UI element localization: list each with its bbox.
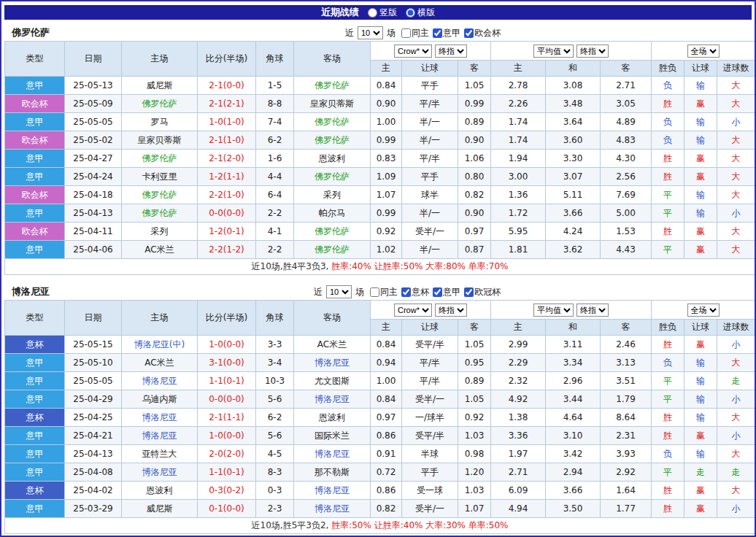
layout-radio-vertical[interactable]: 竖版 — [368, 7, 397, 19]
filter-controls: 近 10 场 同主意甲欧会杯 — [345, 26, 501, 39]
match-date: 25-04-13 — [65, 445, 122, 463]
col-score: 比分(半场) — [198, 42, 256, 77]
home-team: 亚特兰大 — [122, 445, 198, 463]
home-team: 恩波利 — [122, 482, 198, 500]
avg-draw-odds: 3.08 — [546, 77, 601, 95]
league-badge: 意杯 — [5, 336, 65, 354]
score: 2-1(1-1) — [198, 409, 256, 427]
checkbox-input[interactable] — [464, 287, 474, 297]
radio-input-vertical[interactable] — [368, 8, 377, 18]
odds-away: 1.05 — [458, 336, 491, 354]
odds-handicap: 平/半 — [402, 372, 458, 390]
odds-company-select[interactable]: Crow* — [394, 304, 432, 317]
result-handicap: 输 — [684, 77, 717, 95]
team-name: 佛罗伦萨 — [12, 26, 50, 39]
league-badge: 意甲 — [5, 463, 65, 482]
result-handicap: 走 — [684, 463, 717, 482]
radio-input-horizontal[interactable] — [406, 8, 415, 18]
radio-label-vertical: 竖版 — [379, 7, 397, 19]
home-team: 罗马 — [122, 113, 198, 131]
avg-away-odds: 2.31 — [601, 427, 652, 445]
league-filter-checkbox[interactable]: 欧会杯 — [464, 27, 501, 39]
avg-away-odds: 2.46 — [601, 336, 652, 354]
avg-away-odds: 4.89 — [601, 113, 652, 131]
result-wdl: 胜 — [652, 223, 684, 241]
col-avg-draw: 和 — [546, 61, 601, 77]
match-date: 25-04-11 — [65, 223, 122, 241]
avg-away-odds: 4.43 — [601, 241, 652, 259]
avg-select[interactable]: 平均值 — [533, 304, 574, 317]
league-badge: 意甲 — [5, 427, 65, 445]
league-filter-checkbox[interactable]: 同主 — [401, 27, 429, 39]
match-row: 意甲25-05-05罗马1-0(1-0)7-4佛罗伦萨1.00半/一0.891.… — [5, 113, 755, 131]
match-rows: 意杯25-05-15博洛尼亚(中)1-0(0-0)3-3AC米兰0.84受平/半… — [5, 336, 755, 518]
scope-select[interactable]: 全场 — [687, 304, 720, 317]
avg-away-odds: 3.05 — [601, 95, 652, 113]
avg-time-select[interactable]: 终指 — [576, 304, 609, 317]
col-date: 日期 — [65, 301, 122, 336]
match-row: 欧会杯25-05-09佛罗伦萨2-1(2-1)8-8皇家贝蒂斯0.90平/半0.… — [5, 95, 755, 113]
avg-time-select[interactable]: 终指 — [576, 45, 609, 58]
scope-select[interactable]: 全场 — [687, 45, 720, 58]
odds-home: 1.09 — [371, 168, 402, 186]
result-wdl: 负 — [652, 131, 684, 150]
checkbox-input[interactable] — [433, 287, 442, 297]
odds-handicap: 平/半 — [402, 95, 458, 113]
odds-home: 0.91 — [371, 445, 402, 463]
avg-draw-odds: 2.96 — [546, 372, 601, 390]
col-avg-away: 客 — [601, 61, 652, 77]
avg-away-odds: 2.56 — [601, 168, 652, 186]
avg-home-odds: 3.00 — [491, 168, 546, 186]
league-filter-checkbox[interactable]: 意甲 — [433, 286, 460, 298]
checkbox-label: 同主 — [412, 27, 429, 39]
avg-select[interactable]: 平均值 — [533, 45, 574, 58]
checkbox-input[interactable] — [464, 28, 474, 38]
avg-draw-odds: 5.11 — [546, 186, 601, 204]
match-row: 意杯25-04-02恩波利0-3(0-2)0-3博洛尼亚0.86受一球1.036… — [5, 482, 755, 500]
away-team: 佛罗伦萨 — [294, 241, 371, 259]
match-row: 意甲25-04-13亚特兰大2-0(2-0)4-5博洛尼亚0.91半球0.981… — [5, 445, 755, 463]
home-team: 卡利亚里 — [122, 168, 198, 186]
match-row: 意甲25-04-29乌迪内斯0-0(0-0)5-6博洛尼亚0.84受半/一1.0… — [5, 390, 755, 409]
odds-time-select[interactable]: 终指 — [435, 304, 467, 317]
match-date: 25-05-05 — [65, 372, 122, 390]
recent-count-select[interactable]: 10 — [358, 26, 383, 39]
result-goals: 走 — [717, 463, 755, 482]
layout-radio-horizontal[interactable]: 横版 — [406, 7, 435, 19]
summary-record: 近10场,胜5平3负2, — [252, 520, 329, 530]
odds-away: 1.07 — [458, 500, 491, 518]
match-rows: 意甲25-05-13威尼斯2-1(0-0)1-5佛罗伦萨0.84平手1.052.… — [5, 77, 755, 259]
checkbox-input[interactable] — [370, 287, 379, 297]
team-recent-table-bologna: 博洛尼亚 近 10 场 同主意杯意甲欧冠杯 类型 日期 主场 比分(半场) — [4, 284, 752, 534]
home-team: 威尼斯 — [122, 77, 198, 95]
odds-away: 0.80 — [458, 168, 491, 186]
league-filter-checkbox[interactable]: 欧冠杯 — [464, 286, 501, 298]
avg-home-odds: 1.97 — [491, 445, 546, 463]
checkbox-input[interactable] — [401, 28, 411, 38]
col-goals: 进球数 — [717, 320, 755, 336]
score: 1-2(0-1) — [198, 223, 256, 241]
match-date: 25-04-21 — [65, 427, 122, 445]
odds-time-select[interactable]: 终指 — [435, 45, 467, 58]
odds-handicap: 平/半 — [402, 354, 458, 372]
league-filter-checkbox[interactable]: 意甲 — [433, 27, 460, 39]
result-handicap: 赢 — [684, 150, 717, 168]
result-goals: 大 — [717, 223, 755, 241]
avg-home-odds: 1.94 — [491, 150, 546, 168]
checkbox-input[interactable] — [433, 28, 442, 38]
avg-away-odds: 8.64 — [601, 409, 652, 427]
result-wdl: 平 — [652, 390, 684, 409]
radio-label-horizontal: 横版 — [417, 7, 435, 19]
col-date: 日期 — [65, 42, 122, 77]
odds-handicap: 受半/一 — [402, 500, 458, 518]
checkbox-input[interactable] — [401, 287, 411, 297]
match-date: 25-04-25 — [65, 409, 122, 427]
summary-record: 近10场,胜4平3负3, — [252, 261, 329, 271]
home-team: 博洛尼亚 — [122, 427, 198, 445]
league-filter-checkbox[interactable]: 意杯 — [401, 286, 429, 298]
recent-count-select[interactable]: 10 — [326, 285, 352, 298]
odds-company-select[interactable]: Crow* — [394, 45, 432, 58]
home-team: 乌迪内斯 — [122, 390, 198, 409]
league-filter-checkbox[interactable]: 同主 — [370, 286, 398, 298]
odds-home: 1.00 — [371, 113, 402, 131]
